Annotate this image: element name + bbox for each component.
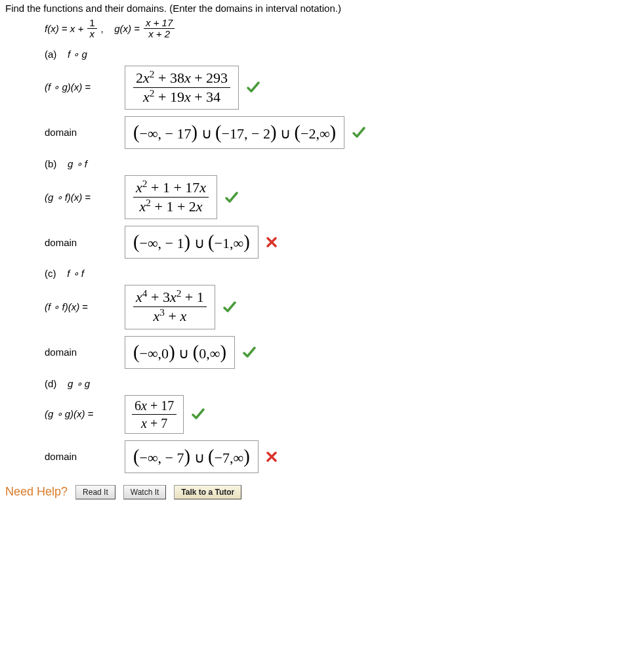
part-d-domain-value: (−∞, − 7) ∪ (−7,∞) [133,446,250,467]
part-d-domain-input[interactable]: (−∞, − 7) ∪ (−7,∞) [125,440,259,473]
part-d-label: (d) g ∘ g [45,378,619,390]
part-c-answer-input[interactable]: x4 + 3x2 + 1 x3 + x [125,285,215,329]
part-c-domain-input[interactable]: (−∞,0) ∪ (0,∞) [125,336,235,369]
f-fraction: 1 x [87,18,96,39]
watch-it-button[interactable]: Watch It [123,485,167,499]
f-definition-label: f(x) = x + [45,23,83,34]
g-fraction: x + 17 x + 2 [144,18,175,39]
check-icon [243,346,256,359]
part-a-label: (a) f ∘ g [45,49,619,60]
part-a-domain-value: (−∞, − 17) ∪ (−17, − 2) ∪ (−2,∞) [133,122,336,143]
check-icon [352,126,365,139]
function-definitions: f(x) = x + 1 x , g(x) = x + 17 x + 2 [45,18,619,39]
part-b-domain-label: domain [45,237,117,248]
part-c-answer-fraction: x4 + 3x2 + 1 x3 + x [133,289,207,324]
x-icon [266,452,277,462]
question-prompt: Find the functions and their domains. (E… [5,3,619,14]
part-b-domain-input[interactable]: (−∞, − 1) ∪ (−1,∞) [125,226,259,259]
part-a-expr-label: (f ∘ g)(x) = [45,81,117,93]
part-b-domain-value: (−∞, − 1) ∪ (−1,∞) [133,232,250,253]
talk-to-tutor-button[interactable]: Talk to a Tutor [174,485,241,499]
part-b-expr-label: (g ∘ f)(x) = [45,192,117,203]
g-definition-label: g(x) = [114,23,140,34]
check-icon [225,191,238,204]
part-b-answer-fraction: x2 + 1 + 17x x2 + 1 + 2x [133,180,209,215]
need-help-label: Need Help? [5,485,68,499]
part-d-domain-label: domain [45,451,117,462]
part-a-domain-input[interactable]: (−∞, − 17) ∪ (−17, − 2) ∪ (−2,∞) [125,116,344,149]
part-c-label: (c) f ∘ f [45,268,619,280]
x-icon [266,237,277,247]
part-d-answer-input[interactable]: 6x + 17 x + 7 [125,395,184,434]
part-b-answer-input[interactable]: x2 + 1 + 17x x2 + 1 + 2x [125,175,217,219]
check-icon [247,81,260,94]
part-a-domain-label: domain [45,127,117,138]
part-d-answer-fraction: 6x + 17 x + 7 [132,398,177,430]
read-it-button[interactable]: Read It [75,485,115,499]
part-c-domain-label: domain [45,346,117,358]
part-d-expr-label: (g ∘ g)(x) = [45,408,117,420]
part-c-domain-value: (−∞,0) ∪ (0,∞) [133,342,226,363]
check-icon [192,408,205,421]
part-c-expr-label: (f ∘ f)(x) = [45,301,117,313]
check-icon [223,301,236,314]
part-b-label: (b) g ∘ f [45,158,619,170]
part-a-answer-fraction: 2x2 + 38x + 293 x2 + 19x + 34 [133,70,230,105]
part-a-answer-input[interactable]: 2x2 + 38x + 293 x2 + 19x + 34 [125,66,239,110]
